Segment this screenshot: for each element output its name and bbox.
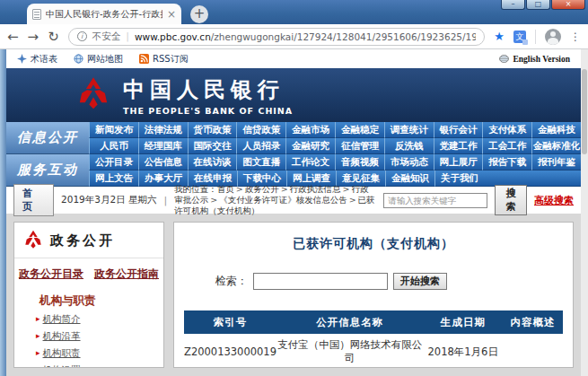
minimize-button[interactable]: – [501, 0, 525, 10]
nav-section-info: 信息公开 新闻发布 法律法规 货币政策 信贷政策 金融市场 金融稳定 调查统计 … [6, 122, 581, 154]
omnibox-divider: | [126, 31, 129, 42]
nav-label-service[interactable]: 服务互动 [6, 154, 89, 187]
nav-item[interactable]: 关于我们 [434, 171, 484, 187]
back-icon[interactable]: ← [7, 30, 19, 44]
window-left-border [0, 49, 6, 376]
reload-icon[interactable]: ↻ [48, 30, 59, 44]
crumb-link[interactable]: 首页 [217, 184, 234, 194]
webpage: 术语表 网站地图 RSS订阅 English Version 中国人民银行 T [6, 49, 581, 376]
nav-item[interactable]: 金融稳定 [335, 122, 384, 138]
nav-item[interactable]: 公告信息 [138, 154, 188, 171]
crumb-gt-icon: > [234, 184, 245, 194]
page-scrollbar[interactable] [581, 49, 588, 376]
sidebar-header: 政务公开 [14, 223, 163, 258]
nav-item[interactable]: 网上展厅 [434, 154, 483, 171]
breadcrumb: 我的位置：首页>政务公开>行政执法信息>行政审批公示>《支付业务许可证》核发信息… [174, 184, 376, 216]
nav-item[interactable]: 报刊年鉴 [531, 154, 581, 171]
page-favicon-icon [32, 9, 41, 20]
nav-item[interactable]: 征信管理 [335, 138, 384, 154]
site-search-input[interactable] [383, 193, 487, 208]
nav-row: 新闻发布 法律法规 货币政策 信贷政策 金融市场 金融稳定 调查统计 银行会计 … [89, 122, 581, 138]
nav-item[interactable]: 金融研究 [285, 138, 335, 154]
nav-item[interactable]: 信贷政策 [236, 122, 285, 138]
glossary-link[interactable]: 术语表 [17, 53, 57, 66]
bookmark-star-icon[interactable]: ★ [494, 30, 505, 43]
nav-item[interactable]: 调查统计 [384, 122, 434, 138]
info-icon[interactable]: i [77, 31, 87, 41]
sidebar-link-guide[interactable]: 政务公开指南 [94, 267, 159, 282]
nav-item[interactable]: 新闻发布 [89, 122, 138, 138]
nav-item[interactable]: 网上文告 [89, 171, 138, 187]
address-bar[interactable]: i 不安全 | www.pbc.gov.cn/zhengwugongkai/12… [68, 28, 486, 46]
crumb-link[interactable]: 《支付业务许可证》核发信息公告 [219, 195, 347, 205]
english-version-link[interactable]: English Version [499, 55, 570, 64]
nav-item[interactable]: 党建工作 [434, 138, 483, 154]
nav-item[interactable]: 国际交往 [188, 138, 237, 154]
col-summary: 内容概述 [503, 310, 563, 334]
table-row[interactable]: Z2000133000019 支付宝（中国）网络技术有限公司 2018年1月6日 [184, 334, 563, 368]
nav-item[interactable]: 经理国库 [138, 138, 188, 154]
translate-icon[interactable]: 文 [513, 31, 526, 43]
crumb-link[interactable]: 行政执法信息 [290, 184, 341, 194]
nav-item[interactable]: 人民币 [89, 138, 138, 154]
breadcrumb-bar: 首页 2019年3月2日 星期六 | 我的位置：首页>政务公开>行政执法信息>行… [6, 187, 581, 214]
home-button[interactable]: 首页 [13, 184, 54, 216]
bank-name-en: THE PEOPLE'S BANK OF CHINA [123, 106, 293, 116]
menu-kebab-icon[interactable]: ⋮ [570, 31, 581, 43]
nav-item[interactable]: 工会工作 [482, 138, 531, 154]
bank-name-cn: 中国人民银行 [123, 75, 293, 104]
rss-link[interactable]: RSS订阅 [139, 53, 189, 66]
nav-item[interactable]: 报告下载 [482, 154, 531, 171]
nav-item[interactable]: 图文直播 [236, 154, 285, 171]
nav-item[interactable]: 法律法规 [138, 122, 188, 138]
close-window-button[interactable]: × [551, 0, 585, 10]
cell-index: Z2000133000019 [184, 334, 276, 368]
sidebar-section-title: 机构与职责 [14, 288, 163, 310]
crumb-gt-icon: > [347, 195, 358, 205]
english-version-label: English Version [513, 55, 570, 64]
advanced-search-link[interactable]: 高级搜索 [534, 194, 574, 207]
arrow-icon: ▸ [36, 345, 40, 362]
sidebar-item[interactable]: ▸机构职责 [14, 345, 163, 362]
nav-row: 公开目录 公告信息 在线访谈 图文直播 工作论文 音频视频 市场动态 网上展厅 … [89, 154, 581, 171]
nav-item[interactable]: 金融市场 [285, 122, 335, 138]
site-masthead: 中国人民银行 THE PEOPLE'S BANK OF CHINA [6, 68, 581, 122]
sidebar-item[interactable]: ▸机构简介 [14, 310, 163, 328]
sidebar-item-label: 机构职责 [43, 345, 81, 362]
nav-item[interactable]: 音频视频 [335, 154, 384, 171]
sitemap-link[interactable]: 网站地图 [74, 53, 123, 66]
sidebar-title: 政务公开 [50, 232, 115, 249]
cell-summary [503, 334, 563, 368]
new-tab-button[interactable]: + [190, 5, 208, 23]
nav-item[interactable]: 工作论文 [285, 154, 335, 171]
sidebar-item[interactable]: ▸机构设置 [14, 362, 163, 368]
nav-item[interactable]: 人员招录 [236, 138, 285, 154]
sidebar-link-catalog[interactable]: 政务公开目录 [19, 267, 83, 282]
nav-item[interactable]: 支付体系 [482, 122, 531, 138]
profile-avatar[interactable] [545, 29, 561, 45]
crumb-link[interactable]: 政务公开 [245, 184, 279, 194]
nav-item[interactable]: 在线访谈 [188, 154, 237, 171]
nav-item[interactable]: 市场动态 [384, 154, 434, 171]
sitemap-label: 网站地图 [87, 53, 123, 66]
retrieval-input[interactable] [253, 273, 388, 290]
table-header-row: 索引号 公开信息名称 生成日期 内容概述 [184, 310, 563, 334]
forward-icon[interactable]: → [28, 30, 39, 44]
nav-item[interactable]: 反洗钱 [384, 138, 434, 154]
site-search-button[interactable]: 搜索 [495, 185, 527, 215]
nav-item[interactable]: 公开目录 [89, 154, 138, 171]
cell-name[interactable]: 支付宝（中国）网络技术有限公司 [276, 334, 424, 368]
sidebar-item[interactable]: ▸机构沿革 [14, 328, 163, 345]
nav-label-info[interactable]: 信息公开 [6, 122, 89, 154]
nav-item[interactable]: 金融科技 [531, 122, 581, 138]
start-search-button[interactable]: 开始搜索 [393, 273, 447, 290]
maximize-button[interactable]: □ [526, 0, 550, 10]
arrow-icon: ▸ [36, 310, 40, 328]
nav-item[interactable]: 金融知识 [385, 171, 434, 187]
browser-tab[interactable]: 中国人民银行-政务公开-行政执... × [27, 4, 181, 24]
nav-item[interactable]: 银行会计 [434, 122, 483, 138]
nav-item[interactable]: 货币政策 [188, 122, 237, 138]
tab-close-icon[interactable]: × [167, 9, 176, 20]
scrollbar-thumb[interactable] [582, 69, 587, 154]
nav-item[interactable]: 金融标准化 [531, 138, 581, 154]
